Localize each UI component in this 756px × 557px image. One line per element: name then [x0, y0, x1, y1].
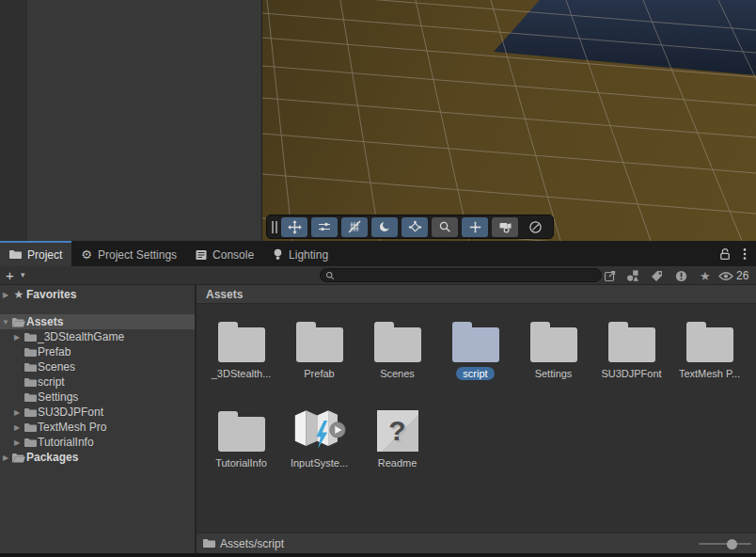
tab-label: Project [27, 248, 62, 262]
icon-size-slider[interactable] [699, 543, 751, 545]
lightbulb-icon [273, 248, 283, 261]
tree-item-favorites[interactable]: ▶ ★ Favorites [0, 287, 195, 302]
folder-tree-panel: ▶ ★ Favorites ▼ Assets ▶ [0, 285, 195, 553]
folder-icon [530, 327, 577, 362]
scene-row [0, 0, 756, 241]
scene-search-button[interactable] [432, 217, 458, 237]
favorites-filter-button[interactable]: ★ [700, 266, 711, 285]
tree-item-su3djpfont[interactable]: ▶ SU3DJPFont [0, 405, 195, 420]
tree-item-settings[interactable]: Settings [0, 390, 195, 405]
collapsed-arrow-icon[interactable]: ▶ [11, 423, 23, 432]
project-browser: ▶ ★ Favorites ▼ Assets ▶ [0, 285, 756, 553]
tree-item-script[interactable]: script [0, 374, 195, 390]
camera-icon [498, 220, 512, 233]
tab-lighting[interactable]: Lighting [263, 241, 338, 266]
collapsed-arrow-icon[interactable]: ▶ [11, 333, 23, 342]
asset-tile-scenes[interactable]: Scenes [358, 304, 436, 393]
asset-tile-inputsystem[interactable]: InputSyste... [280, 393, 358, 483]
tree-spacer [0, 302, 195, 314]
console-icon [196, 249, 207, 261]
search-input[interactable] [339, 270, 583, 281]
asset-tile-tutorialinfo[interactable]: TutorialInfo [202, 393, 280, 483]
scene-overlay-toolbar [266, 215, 554, 239]
import-log-filter-button[interactable] [675, 266, 687, 285]
panel-tab-bar: Project ⚙ Project Settings Console Light… [0, 241, 756, 266]
asset-tile-script-selected[interactable]: script [436, 304, 514, 393]
move-tool-button[interactable] [281, 217, 307, 237]
snap-move-button[interactable] [462, 217, 488, 237]
tree-item-textmesh-pro[interactable]: ▶ TextMesh Pro [0, 420, 195, 435]
tree-item-assets[interactable]: ▼ Assets [0, 314, 195, 329]
tab-label: Lighting [289, 248, 328, 262]
project-toolbar: + ▾ [0, 266, 756, 285]
asset-grid[interactable]: _3DStealth... Prefab Scenes script Setti… [197, 304, 756, 533]
scene-lighting-button[interactable] [371, 217, 398, 237]
tabbar-right-controls [719, 241, 756, 266]
tab-label: Project Settings [98, 248, 177, 262]
folder-icon [24, 392, 37, 403]
asset-tile-textmesh-pro[interactable]: TextMesh P... [670, 304, 748, 393]
filter-by-label-button[interactable] [651, 266, 663, 285]
folder-icon [203, 538, 215, 549]
scene-grid [262, 0, 756, 241]
gear-icon: ⚙ [81, 248, 92, 261]
folder-icon [218, 417, 265, 452]
toolbar-drag-handle[interactable] [272, 221, 277, 233]
project-search-field[interactable] [320, 268, 602, 282]
folder-icon [24, 438, 37, 448]
filter-by-type-button[interactable] [626, 266, 639, 285]
breadcrumb: Assets/script [220, 537, 284, 550]
unlock-icon[interactable] [719, 247, 731, 261]
input-system-map-icon [293, 406, 346, 452]
tab-console[interactable]: Console [186, 241, 263, 266]
hidden-count-label: 26 [736, 266, 748, 285]
folder-open-icon [12, 317, 25, 327]
window-bottom-edge [0, 553, 756, 557]
hidden-count-toggle[interactable] [718, 266, 733, 285]
folder-open-icon [12, 453, 25, 463]
tag-icon [651, 270, 663, 282]
expanded-arrow-icon[interactable]: ▼ [0, 318, 11, 326]
asset-tile-su3djpfont[interactable]: SU3DJPFont [592, 304, 670, 393]
grid-slash-icon [348, 220, 361, 233]
tree-item-packages[interactable]: ▶ Packages [0, 450, 195, 465]
tree-item-prefab[interactable]: Prefab [0, 344, 195, 359]
gizmos-button[interactable] [402, 217, 428, 237]
scene-view[interactable] [262, 0, 756, 241]
tab-project[interactable]: Project [0, 241, 71, 266]
cross-arrows-icon [469, 221, 481, 233]
collapsed-arrow-icon[interactable]: ▶ [0, 454, 11, 462]
folder-icon [296, 327, 343, 362]
tab-project-settings[interactable]: ⚙ Project Settings [71, 241, 186, 266]
tree-item-scenes[interactable]: Scenes [0, 359, 195, 374]
folder-icon [24, 377, 37, 388]
asset-tile-readme[interactable]: ? Readme [358, 393, 436, 483]
kebab-menu-icon[interactable] [743, 247, 747, 261]
slider-thumb[interactable] [727, 539, 737, 549]
asset-tile-prefab[interactable]: Prefab [280, 304, 358, 393]
collapsed-arrow-icon[interactable]: ▶ [0, 291, 11, 299]
tree-item-tutorialinfo[interactable]: ▶ TutorialInfo [0, 435, 195, 450]
asset-tile-settings[interactable]: Settings [514, 304, 592, 393]
eye-icon [718, 271, 733, 281]
scene-floor-dark-tiles [494, 0, 756, 75]
search-icon [325, 271, 335, 280]
create-asset-button[interactable]: + [6, 266, 14, 284]
scene-camera-button[interactable] [492, 217, 518, 237]
folder-icon [24, 422, 37, 433]
sliders-icon [318, 220, 331, 233]
grid-visibility-button[interactable] [341, 217, 368, 237]
folder-icon [24, 407, 37, 418]
moon-icon [378, 220, 391, 233]
tool-settings-button[interactable] [311, 217, 338, 237]
gizmo-diamond-icon [408, 220, 422, 234]
view-compass-button[interactable] [522, 217, 548, 237]
folder-icon [218, 327, 265, 362]
collapsed-arrow-icon[interactable]: ▶ [11, 408, 23, 417]
open-in-search-button[interactable] [604, 266, 617, 285]
collapsed-arrow-icon[interactable]: ▶ [11, 438, 23, 447]
asset-tile-3dstealthgame[interactable]: _3DStealth... [202, 304, 280, 393]
grid-header-label: Assets [206, 288, 243, 301]
collapsed-side-strip [0, 0, 27, 241]
tree-item-3dstealthgame[interactable]: ▶ _3DStealthGame [0, 329, 195, 344]
